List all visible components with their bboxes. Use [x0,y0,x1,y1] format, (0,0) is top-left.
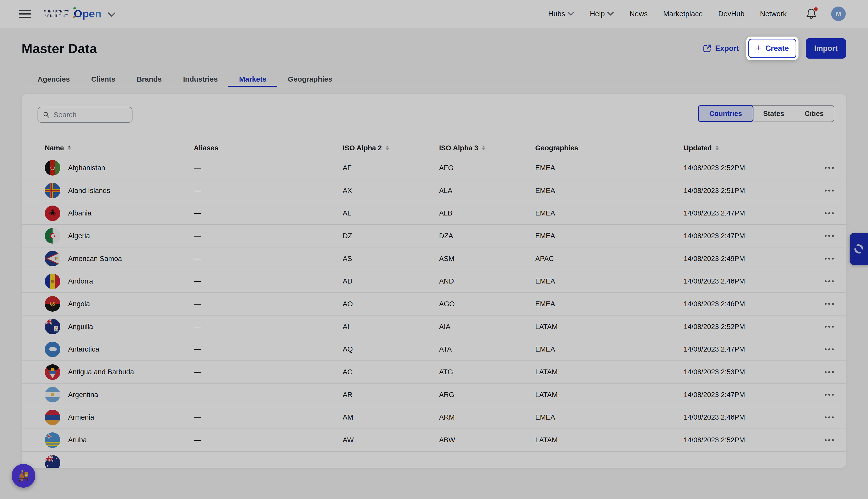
sort-icon[interactable] [67,145,71,151]
logo-yellow-dot [73,16,75,18]
table-row: Albania—ALALBEMEA14/08/2023 2:47PM [22,202,846,225]
column-header-iso-alpha-2[interactable]: ISO Alpha 2 [343,144,439,152]
cell-updated: 14/08/2023 2:52PM [684,323,812,331]
cell-geographies: EMEA [535,413,684,421]
row-actions-menu-icon[interactable] [812,303,846,305]
sync-side-tab[interactable] [849,233,868,265]
cell-iso2: AO [343,300,439,308]
tab-bar: AgenciesClientsBrandsIndustriesMarketsGe… [27,72,343,87]
notifications-bell-icon[interactable] [806,8,817,20]
cell-iso2: AF [343,164,439,172]
cell-name: Anguilla [45,319,194,334]
nav-item-network[interactable]: Network [760,10,787,18]
import-button[interactable]: Import [806,38,846,59]
sort-icon[interactable] [715,145,719,151]
cell-name: American Samoa [45,251,194,266]
table-row-partial [22,452,846,468]
tab-markets[interactable]: Markets [228,72,277,87]
cell-aliases: — [194,277,343,285]
nav-item-devhub[interactable]: DevHub [718,10,745,18]
cell-aliases: — [194,436,343,444]
chevron-down-icon[interactable] [108,12,116,17]
country-name: Afghanistan [68,164,105,172]
row-actions-menu-icon[interactable] [812,280,846,282]
view-segment-cities[interactable]: Cities [794,106,834,122]
row-actions-menu-icon[interactable] [812,235,846,237]
row-actions-menu-icon[interactable] [812,212,846,214]
flag-american_samoa-icon [45,251,60,266]
country-name: Argentina [68,391,98,399]
cell-iso3: ARG [439,391,535,399]
cell-iso3: ABW [439,436,535,444]
row-actions-menu-icon[interactable] [812,439,846,441]
cell-aliases: — [194,391,343,399]
flag-armenia-icon [45,410,60,425]
row-actions-menu-icon[interactable] [812,394,846,395]
view-segment-countries[interactable]: Countries [698,105,754,122]
header-actions: Export + Create Import [702,37,846,60]
country-name: American Samoa [68,255,122,263]
sort-icon[interactable] [385,145,389,151]
row-actions-menu-icon[interactable] [812,371,846,373]
main-nav: HubsHelpNewsMarketplaceDevHubNetwork [548,10,787,18]
cell-name [45,455,194,468]
flag-afghanistan-icon [45,160,60,175]
column-header-updated[interactable]: Updated [684,144,812,152]
cell-geographies: LATAM [535,391,684,399]
tab-clients[interactable]: Clients [81,72,126,87]
table-row: Andorra—ADANDEMEA14/08/2023 2:46PM [22,270,846,293]
column-header-aliases: Aliases [194,144,343,152]
tab-brands[interactable]: Brands [126,72,172,87]
country-name: Andorra [68,277,93,285]
row-actions-menu-icon[interactable] [812,258,846,259]
chevron-down-icon [567,12,574,16]
row-actions-menu-icon[interactable] [812,326,846,328]
row-actions-menu-icon[interactable] [812,167,846,169]
avatar[interactable]: M [831,7,846,21]
cell-geographies: EMEA [535,277,684,285]
flag-anguilla-icon [45,319,60,334]
search-icon [43,111,50,119]
column-header-name[interactable]: Name [45,144,194,152]
nav-item-marketplace[interactable]: Marketplace [663,10,702,18]
view-segment-states[interactable]: States [753,106,794,122]
tab-geographies[interactable]: Geographies [277,72,343,87]
nav-item-hubs[interactable]: Hubs [548,10,574,18]
row-actions-menu-icon[interactable] [812,416,846,418]
table-row: American Samoa—ASASMAPAC14/08/2023 2:49P… [22,247,846,270]
cell-iso2: AR [343,391,439,399]
cell-aliases: — [194,345,343,353]
cell-updated: 14/08/2023 2:47PM [684,209,812,217]
assistant-bubble-button[interactable] [12,464,35,488]
cell-iso3: AFG [439,164,535,172]
export-button[interactable]: Export [702,44,739,53]
column-header-iso-alpha-3[interactable]: ISO Alpha 3 [439,144,535,152]
tab-agencies[interactable]: Agencies [27,72,81,87]
search-input[interactable] [53,111,127,119]
row-actions-menu-icon[interactable] [812,349,846,350]
table-row: Armenia—AMARMEMEA14/08/2023 2:46PM [22,406,846,429]
flag-aland-icon [45,183,60,198]
page-title: Master Data [22,41,97,56]
cell-iso2: AL [343,209,439,217]
nav-item-help[interactable]: Help [590,10,614,18]
row-actions-menu-icon[interactable] [812,190,846,192]
country-name: Algeria [68,232,90,240]
cell-geographies: EMEA [535,345,684,353]
logo-green-dot [73,7,76,10]
page: WPP Open HubsHelpNewsMarketplaceDevHubNe… [0,0,868,499]
flag-aruba-icon [45,433,60,448]
sort-icon[interactable] [482,145,485,151]
cell-geographies: EMEA [535,187,684,195]
cell-name: Angola [45,296,194,312]
cell-iso3: ALB [439,209,535,217]
nav-item-news[interactable]: News [629,10,648,18]
cell-geographies: EMEA [535,164,684,172]
country-name: Antarctica [68,345,99,353]
hamburger-menu-icon[interactable] [19,8,32,20]
cell-aliases: — [194,300,343,308]
tab-industries[interactable]: Industries [172,72,228,87]
logo-open-text: Open [74,8,102,20]
create-button[interactable]: + Create [748,39,796,58]
cell-iso3: ARM [439,413,535,421]
